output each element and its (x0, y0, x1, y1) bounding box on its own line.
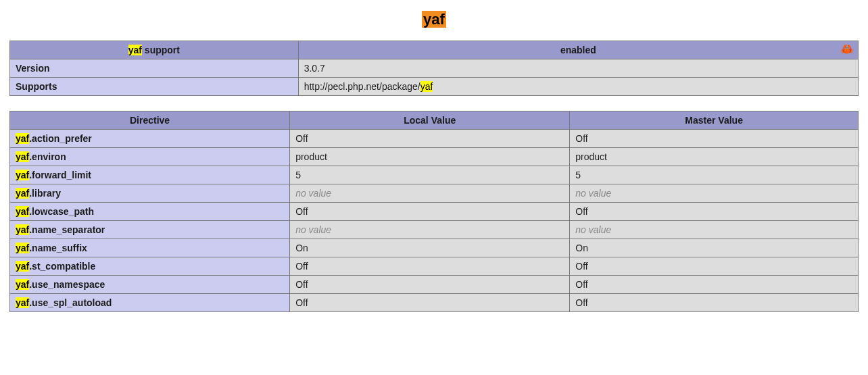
directive-name: yaf.environ (10, 148, 290, 166)
highlight-term: yaf (16, 297, 29, 308)
directive-name: yaf.use_namespace (10, 276, 290, 294)
directive-name: yaf.name_separator (10, 221, 290, 239)
highlight-term: yaf (16, 261, 29, 272)
no-value: no value (575, 224, 611, 235)
directive-name: yaf.name_suffix (10, 239, 290, 257)
directive-name: yaf.use_spl_autoload (10, 294, 290, 312)
support-value: http://pecl.php.net/package/yaf (298, 78, 858, 96)
support-table: yaf support enabled 🦀 Version3.0.7Suppor… (9, 41, 859, 96)
directive-local: Off (290, 257, 570, 276)
directive-local: 5 (290, 166, 570, 184)
directive-local: product (290, 148, 570, 166)
directive-master: Off (570, 130, 859, 148)
directive-master: no value (570, 184, 859, 203)
directive-master: product (570, 148, 859, 166)
directive-local: On (290, 239, 570, 257)
support-value: 3.0.7 (298, 59, 858, 78)
support-suffix: support (142, 45, 180, 55)
directive-master: no value (570, 221, 859, 239)
highlight-term: yaf (16, 133, 29, 144)
directive-name: yaf.lowcase_path (10, 203, 290, 221)
directive-name: yaf.action_prefer (10, 130, 290, 148)
support-label: Supports (10, 78, 299, 96)
directive-row: yaf.name_separatorno valueno value (10, 221, 859, 239)
crab-icon: 🦀 (840, 43, 854, 55)
directive-master: Off (570, 203, 859, 221)
directive-local: no value (290, 221, 570, 239)
no-value: no value (295, 224, 331, 235)
highlight-term: yaf (420, 81, 433, 92)
enabled-header: enabled 🦀 (298, 41, 858, 59)
directive-row: yaf.forward_limit55 (10, 166, 859, 184)
directive-master: 5 (570, 166, 859, 184)
support-row: Version3.0.7 (10, 59, 859, 78)
directive-name: yaf.forward_limit (10, 166, 290, 184)
directive-master: Off (570, 294, 859, 312)
directives-table: Directive Local Value Master Value yaf.a… (9, 111, 859, 312)
support-row: Supportshttp://pecl.php.net/package/yaf (10, 78, 859, 96)
directive-name: yaf.st_compatible (10, 257, 290, 276)
directive-local: Off (290, 203, 570, 221)
no-value: no value (575, 188, 611, 199)
directive-local: Off (290, 294, 570, 312)
directive-name: yaf.library (10, 184, 290, 203)
highlight-term: yaf (16, 170, 29, 180)
col-local: Local Value (290, 111, 570, 130)
title-highlight: yaf (422, 11, 446, 28)
highlight-term: yaf (16, 243, 29, 253)
directive-local: Off (290, 130, 570, 148)
enabled-label: enabled (560, 45, 596, 55)
directive-master: On (570, 239, 859, 257)
directive-row: yaf.st_compatibleOffOff (10, 257, 859, 276)
directive-row: yaf.lowcase_pathOffOff (10, 203, 859, 221)
highlight-term: yaf (16, 224, 29, 235)
support-header: yaf support (10, 41, 299, 59)
col-master: Master Value (570, 111, 859, 130)
directive-row: yaf.use_namespaceOffOff (10, 276, 859, 294)
highlight-term: yaf (16, 188, 29, 199)
highlight-term: yaf (16, 206, 29, 217)
directive-row: yaf.libraryno valueno value (10, 184, 859, 203)
highlight-term: yaf (16, 151, 29, 162)
directive-row: yaf.action_preferOffOff (10, 130, 859, 148)
directive-master: Off (570, 276, 859, 294)
directive-row: yaf.environproductproduct (10, 148, 859, 166)
highlight-term: yaf (128, 45, 142, 55)
directive-local: Off (290, 276, 570, 294)
module-title: yaf (9, 11, 859, 28)
directive-row: yaf.use_spl_autoloadOffOff (10, 294, 859, 312)
support-label: Version (10, 59, 299, 78)
directive-row: yaf.name_suffixOnOn (10, 239, 859, 257)
directive-master: Off (570, 257, 859, 276)
col-directive: Directive (10, 111, 290, 130)
directive-local: no value (290, 184, 570, 203)
no-value: no value (295, 188, 331, 199)
highlight-term: yaf (16, 279, 29, 290)
